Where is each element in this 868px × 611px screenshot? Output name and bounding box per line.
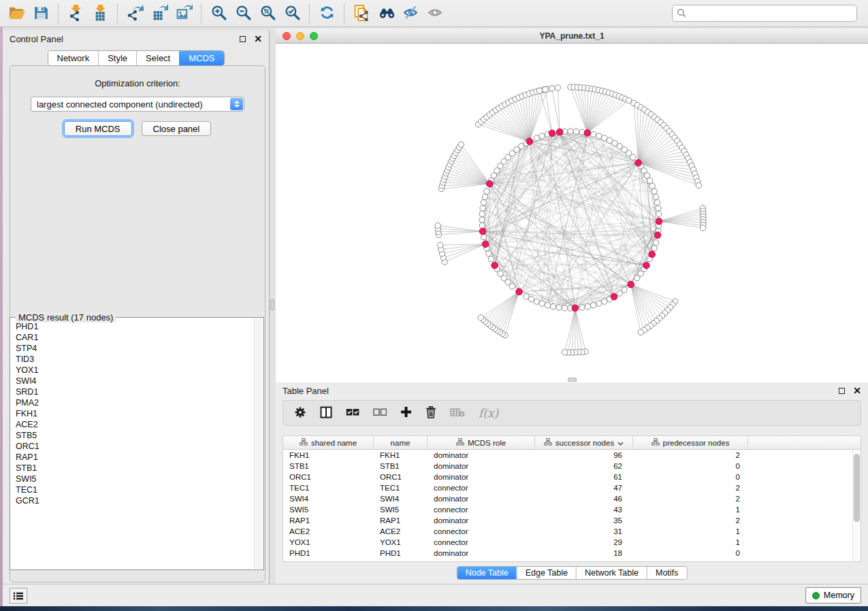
mcds-hub-node[interactable] (635, 160, 642, 167)
network-node[interactable] (545, 302, 550, 308)
column-header-name[interactable]: name (374, 436, 428, 450)
network-node[interactable] (630, 154, 636, 160)
network-node[interactable] (539, 133, 545, 139)
network-leaf-node[interactable] (437, 242, 443, 248)
column-header-shared-name[interactable]: shared name (283, 436, 374, 450)
criterion-dropdown[interactable]: largest connected component (undirected) (31, 97, 244, 112)
toolbar-clone-network-button[interactable] (351, 3, 372, 24)
result-node-item[interactable]: STB5 (16, 430, 254, 441)
mcds-hub-node[interactable] (628, 281, 634, 288)
result-node-item[interactable]: FKH1 (16, 408, 254, 419)
table-settings-gear-button[interactable] (294, 405, 306, 421)
mcds-hub-node[interactable] (611, 293, 617, 300)
network-node[interactable] (590, 131, 596, 137)
mcds-result-list[interactable]: PHD1CAR1STP4TID3YOX1SWI4SRD1PMA2FKH1ACE2… (11, 318, 254, 569)
toolbar-zoom-out-button[interactable] (232, 3, 254, 24)
network-node[interactable] (634, 276, 640, 281)
horizontal-splitter-handle[interactable] (270, 299, 274, 310)
table-row[interactable]: ORC1ORC1dominator610 (283, 472, 861, 482)
result-node-item[interactable]: ACE2 (16, 419, 254, 430)
column-header-predecessor-nodes[interactable]: predecessor nodes (633, 436, 748, 450)
search-input[interactable] (672, 5, 857, 22)
tab-network[interactable]: Network (48, 51, 98, 65)
network-window-titlebar[interactable]: YPA_prune.txt_1 (276, 29, 868, 44)
network-node[interactable] (649, 183, 655, 188)
network-leaf-node[interactable] (543, 86, 548, 92)
mcds-hub-node[interactable] (654, 232, 661, 239)
toolbar-zoom-in-button[interactable] (208, 3, 229, 24)
network-node[interactable] (488, 256, 494, 261)
run-mcds-button[interactable]: Run MCDS (64, 121, 132, 136)
toolbar-hide-selected-button[interactable] (400, 3, 421, 24)
tab-network-table[interactable]: Network Table (576, 567, 647, 579)
network-leaf-node[interactable] (435, 222, 440, 228)
network-leaf-node[interactable] (458, 142, 464, 147)
toolbar-import-table-button[interactable] (89, 3, 111, 24)
mcds-hub-node[interactable] (526, 138, 533, 145)
network-node[interactable] (656, 211, 662, 216)
column-header-successor-nodes[interactable]: successor nodes (535, 436, 633, 450)
mcds-hub-node[interactable] (482, 241, 489, 248)
network-node[interactable] (568, 129, 573, 134)
mcds-hub-node[interactable] (584, 130, 591, 137)
window-minimize-button[interactable] (296, 32, 304, 40)
close-panel-icon[interactable]: ✕ (254, 35, 262, 42)
mcds-hub-node[interactable] (492, 262, 498, 269)
result-node-item[interactable]: ORC1 (16, 441, 254, 452)
network-node[interactable] (590, 302, 596, 308)
network-leaf-node[interactable] (478, 315, 483, 320)
memory-button[interactable]: Memory (805, 587, 861, 604)
network-node[interactable] (602, 299, 607, 304)
network-node[interactable] (562, 306, 567, 311)
tab-style[interactable]: Style (98, 51, 136, 65)
network-node[interactable] (482, 194, 487, 199)
mcds-hub-node[interactable] (656, 218, 662, 225)
network-node[interactable] (479, 217, 485, 222)
mcds-hub-node[interactable] (549, 130, 556, 137)
network-node[interactable] (556, 305, 562, 310)
toolbar-refresh-layout-button[interactable] (316, 3, 338, 24)
network-node[interactable] (652, 188, 657, 194)
network-node[interactable] (653, 240, 658, 245)
result-node-item[interactable]: SWI5 (16, 474, 254, 484)
table-select-all-button[interactable] (346, 405, 359, 421)
tab-mcds[interactable]: MCDS (179, 51, 223, 65)
table-row[interactable]: ACE2ACE2connector311 (283, 526, 861, 537)
toolbar-find-button[interactable] (375, 3, 397, 24)
network-leaf-node[interactable] (555, 85, 560, 90)
network-node[interactable] (534, 135, 539, 141)
network-graph[interactable] (276, 44, 868, 382)
network-leaf-node[interactable] (562, 350, 567, 355)
table-delete-column-button[interactable] (425, 405, 436, 421)
table-row[interactable]: SWI5SWI5connector431 (283, 504, 861, 515)
network-canvas[interactable] (276, 44, 868, 382)
result-node-item[interactable]: YOX1 (16, 365, 254, 376)
window-close-button[interactable] (283, 32, 291, 40)
network-node[interactable] (617, 291, 622, 296)
mcds-hub-node[interactable] (649, 251, 656, 258)
table-column-layout-button[interactable] (320, 405, 332, 421)
result-node-item[interactable]: SRD1 (16, 386, 254, 397)
network-node[interactable] (573, 129, 579, 134)
network-node[interactable] (596, 301, 602, 306)
toolbar-export-image-button[interactable] (173, 3, 195, 24)
network-node[interactable] (481, 234, 486, 240)
result-node-item[interactable]: STP4 (16, 343, 254, 354)
network-node[interactable] (656, 205, 661, 211)
close-table-panel-icon[interactable]: ✕ (853, 387, 861, 394)
network-node[interactable] (486, 251, 492, 257)
table-row[interactable]: PHD1PHD1dominator180 (283, 548, 861, 559)
table-row[interactable]: TEC1TEC1connector472 (283, 482, 861, 493)
network-node[interactable] (534, 299, 539, 304)
table-row[interactable]: RAP1RAP1dominator352 (283, 515, 861, 526)
result-node-item[interactable]: STB1 (16, 463, 254, 474)
toolbar-zoom-fit-button[interactable] (257, 3, 278, 24)
float-table-panel-icon[interactable] (839, 388, 845, 394)
network-node[interactable] (480, 205, 485, 211)
mcds-hub-node[interactable] (479, 228, 486, 235)
network-node[interactable] (524, 293, 529, 299)
table-scrollbar-thumb[interactable] (854, 454, 860, 522)
network-node[interactable] (539, 301, 545, 306)
mcds-hub-node[interactable] (516, 288, 523, 295)
network-node[interactable] (585, 303, 590, 309)
